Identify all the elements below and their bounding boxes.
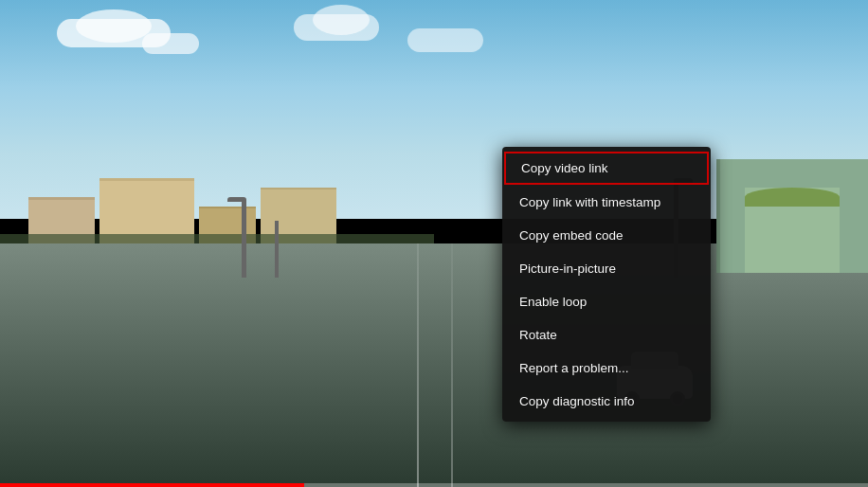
menu-item-copy-diagnostic[interactable]: Copy diagnostic info <box>502 385 711 418</box>
menu-item-copy-link-timestamp[interactable]: Copy link with timestamp <box>502 186 711 219</box>
menu-item-copy-embed-code[interactable]: Copy embed code <box>502 219 711 252</box>
dome <box>745 188 840 207</box>
road-surface <box>0 244 868 487</box>
cloud-5 <box>313 5 370 35</box>
video-progress-fill <box>0 483 304 487</box>
road-center-line <box>417 244 419 487</box>
video-player: Copy video link Copy link with timestamp… <box>0 0 868 487</box>
lamp-post-2 <box>275 221 279 278</box>
video-progress-bar[interactable] <box>0 483 868 487</box>
cloud-3 <box>142 33 199 54</box>
menu-item-report-problem[interactable]: Report a problem... <box>502 352 711 385</box>
road-right-line <box>451 244 453 487</box>
cloud-2 <box>76 9 152 43</box>
menu-item-enable-loop[interactable]: Enable loop <box>502 285 711 318</box>
menu-item-copy-video-link[interactable]: Copy video link <box>504 152 709 185</box>
lamp-head-1 <box>227 197 246 202</box>
menu-item-picture-in-picture[interactable]: Picture-in-picture <box>502 252 711 285</box>
lamp-post-1 <box>242 202 246 278</box>
building-right-2 <box>745 188 840 273</box>
context-menu: Copy video link Copy link with timestamp… <box>502 147 711 422</box>
cloud-6 <box>407 28 483 52</box>
menu-item-rotate[interactable]: Rotate <box>502 318 711 352</box>
